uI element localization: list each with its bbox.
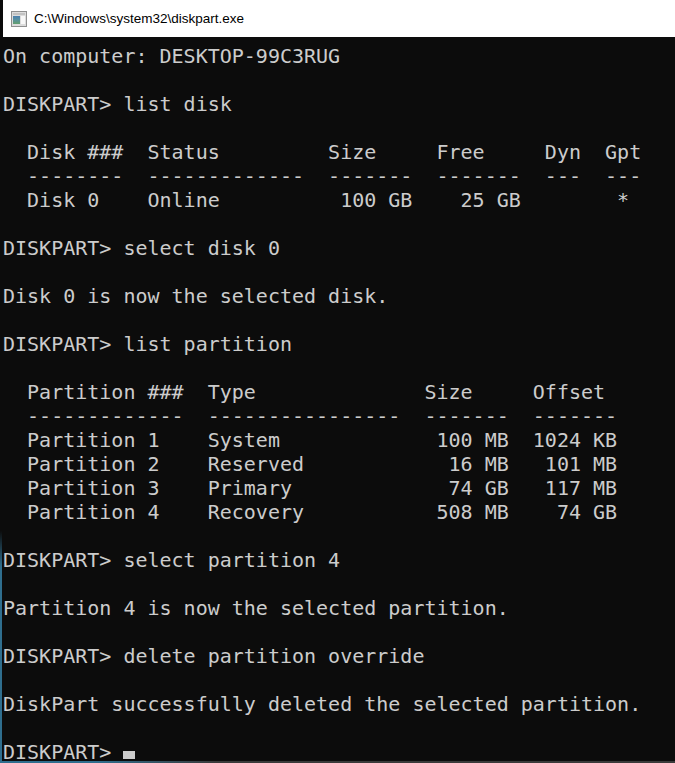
- terminal-line: -------- ------------- ------- ------- -…: [3, 164, 675, 188]
- terminal-prompt-text: DISKPART>: [3, 740, 123, 763]
- terminal-line: Partition ### Type Size Offset: [3, 380, 675, 404]
- terminal-line: [3, 212, 675, 236]
- terminal-line: Partition 1 System 100 MB 1024 KB: [3, 428, 675, 452]
- titlebar[interactable]: C:\Windows\system32\diskpart.exe: [0, 0, 675, 37]
- terminal-line: [3, 668, 675, 692]
- terminal-line: DISKPART> select partition 4: [3, 548, 675, 572]
- terminal-line: DISKPART> select disk 0: [3, 236, 675, 260]
- terminal-line: [3, 716, 675, 740]
- window-title: C:\Windows\system32\diskpart.exe: [34, 11, 244, 26]
- terminal-line: Partition 4 Recovery 508 MB 74 GB: [3, 500, 675, 524]
- terminal-output: On computer: DESKTOP-99C3RUGDISKPART> li…: [3, 44, 675, 740]
- terminal-line: Disk 0 is now the selected disk.: [3, 284, 675, 308]
- terminal-line: [3, 620, 675, 644]
- terminal-line: Disk 0 Online 100 GB 25 GB *: [3, 188, 675, 212]
- terminal-line: Partition 2 Reserved 16 MB 101 MB: [3, 452, 675, 476]
- terminal-line: Partition 3 Primary 74 GB 117 MB: [3, 476, 675, 500]
- terminal-line: Partition 4 is now the selected partitio…: [3, 596, 675, 620]
- terminal-line: DISKPART> list partition: [3, 332, 675, 356]
- terminal-line: DISKPART> delete partition override: [3, 644, 675, 668]
- console-window-icon: [11, 11, 27, 27]
- terminal-line: DiskPart successfully deleted the select…: [3, 692, 675, 716]
- terminal-line: [3, 260, 675, 284]
- terminal-line: [3, 116, 675, 140]
- terminal-prompt-line: DISKPART>: [3, 740, 675, 763]
- terminal-screen[interactable]: On computer: DESKTOP-99C3RUGDISKPART> li…: [0, 37, 675, 763]
- terminal-line: ------------- ---------------- ------- -…: [3, 404, 675, 428]
- text-cursor-block: [123, 751, 135, 759]
- terminal-line: Disk ### Status Size Free Dyn Gpt: [3, 140, 675, 164]
- terminal-line: DISKPART> list disk: [3, 92, 675, 116]
- console-window: C:\Windows\system32\diskpart.exe On comp…: [0, 0, 675, 763]
- terminal-line: [3, 308, 675, 332]
- terminal-line: [3, 572, 675, 596]
- terminal-line: [3, 68, 675, 92]
- terminal-line: [3, 524, 675, 548]
- console-app-icon[interactable]: [11, 11, 27, 27]
- terminal-line: On computer: DESKTOP-99C3RUG: [3, 44, 675, 68]
- terminal-line: [3, 356, 675, 380]
